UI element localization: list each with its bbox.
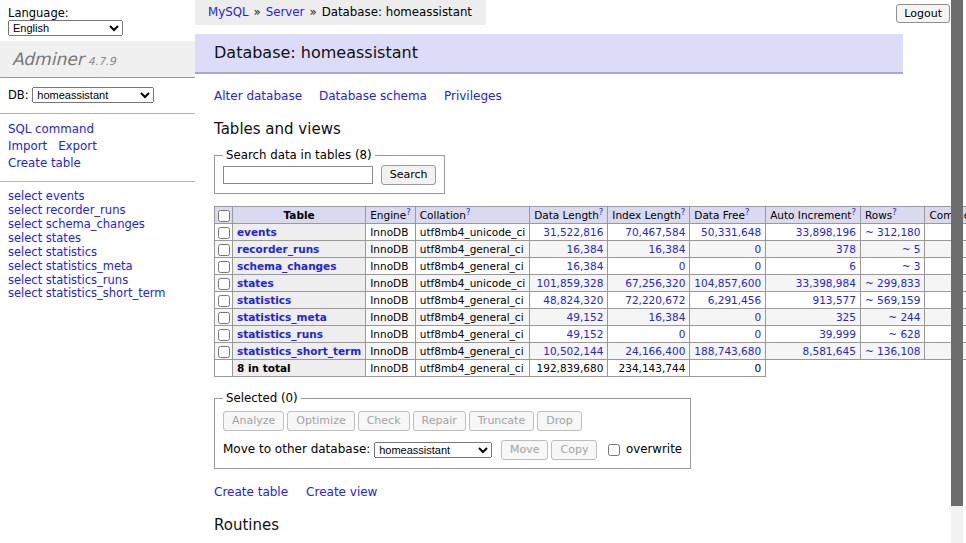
- data-length-link[interactable]: 49,152: [567, 311, 604, 323]
- sidebar-action-link[interactable]: SQL command: [8, 121, 94, 138]
- index-length-link[interactable]: 70,467,584: [625, 226, 685, 238]
- sidebar-item-select-events[interactable]: select events: [8, 190, 187, 203]
- data-free-link[interactable]: 0: [754, 328, 761, 340]
- auto-increment-link[interactable]: 33,398,984: [796, 277, 856, 289]
- data-length-link[interactable]: 10,502,144: [543, 345, 603, 357]
- row-checkbox[interactable]: [218, 261, 230, 273]
- help-link[interactable]: ?: [466, 207, 471, 217]
- help-link[interactable]: ?: [745, 207, 750, 217]
- row-checkbox[interactable]: [218, 329, 230, 341]
- index-length-link[interactable]: 0: [679, 260, 686, 272]
- sidebar-item-select-recorder_runs[interactable]: select recorder_runs: [8, 204, 187, 217]
- sidebar-item-select-states[interactable]: select states: [8, 232, 187, 245]
- table-name-cell: statistics_meta: [233, 309, 366, 326]
- data-length-link[interactable]: 16,384: [567, 260, 604, 272]
- auto-increment-link[interactable]: 8,581,645: [802, 345, 855, 357]
- row-checkbox[interactable]: [218, 244, 230, 256]
- data-free-link[interactable]: 188,743,680: [694, 345, 761, 357]
- data-free-link[interactable]: 0: [754, 260, 761, 272]
- data-free-link[interactable]: 6,291,456: [708, 294, 761, 306]
- table-name-link[interactable]: statistics_runs: [237, 328, 323, 340]
- data-length-link[interactable]: 49,152: [567, 328, 604, 340]
- vertical-scrollbar[interactable]: [951, 0, 963, 543]
- rows-count-link[interactable]: ~ 136,108: [865, 345, 921, 357]
- rows-count-link[interactable]: ~ 569,159: [865, 294, 921, 306]
- auto-increment-link[interactable]: 33,898,196: [796, 226, 856, 238]
- sidebar-item-select-statistics_runs[interactable]: select statistics_runs: [8, 274, 187, 287]
- data-length-link[interactable]: 48,824,320: [543, 294, 603, 306]
- index-length-link[interactable]: 0: [679, 328, 686, 340]
- table-name-link[interactable]: schema_changes: [237, 260, 337, 272]
- column-header-label: Auto Increment: [770, 209, 851, 221]
- help-link[interactable]: ?: [851, 207, 856, 217]
- table-name-link[interactable]: recorder_runs: [237, 243, 319, 255]
- table-name-link[interactable]: statistics: [237, 294, 291, 306]
- help-link[interactable]: ?: [681, 207, 686, 217]
- help-link[interactable]: ?: [892, 207, 897, 217]
- breadcrumb-link[interactable]: Server: [266, 5, 305, 19]
- total-collation-cell: utf8mb4_general_ci: [415, 360, 529, 377]
- help-link[interactable]: ?: [406, 207, 411, 217]
- auto-increment-link[interactable]: 325: [836, 311, 856, 323]
- scrollbar-thumb[interactable]: [951, 0, 963, 506]
- sidebar-action-link[interactable]: Create table: [8, 155, 81, 172]
- sidebar-item-select-schema_changes[interactable]: select schema_changes: [8, 218, 187, 231]
- index-length-link[interactable]: 72,220,672: [625, 294, 685, 306]
- total-empty-cell: [860, 360, 925, 377]
- auto-increment-link[interactable]: 39,999: [819, 328, 856, 340]
- table-name-link[interactable]: statistics_short_term: [237, 345, 361, 357]
- row-checkbox[interactable]: [218, 312, 230, 324]
- sidebar-action-link[interactable]: Import: [8, 138, 47, 155]
- help-link[interactable]: ?: [599, 207, 604, 217]
- db-link[interactable]: Database schema: [319, 89, 427, 103]
- index-length-link[interactable]: 16,384: [649, 311, 686, 323]
- row-checkbox[interactable]: [218, 227, 230, 239]
- row-checkbox[interactable]: [218, 278, 230, 290]
- column-header-label: Rows: [865, 209, 892, 221]
- column-header: Collation?: [415, 207, 529, 224]
- sidebar-item-select-statistics_short_term[interactable]: select statistics_short_term: [8, 287, 187, 300]
- data-free-link[interactable]: 0: [754, 243, 761, 255]
- data-free-link[interactable]: 104,857,600: [694, 277, 761, 289]
- select-all-checkbox[interactable]: [218, 210, 230, 222]
- data-length-link[interactable]: 16,384: [567, 243, 604, 255]
- auto-increment-link[interactable]: 913,577: [813, 294, 856, 306]
- row-checkbox[interactable]: [218, 346, 230, 358]
- rows-count-link[interactable]: ~ 3: [902, 260, 921, 272]
- index-length-link[interactable]: 16,384: [649, 243, 686, 255]
- db-link[interactable]: Privileges: [444, 89, 502, 103]
- data-length-link[interactable]: 31,522,816: [543, 226, 603, 238]
- language-select[interactable]: English: [8, 20, 123, 36]
- row-checkbox[interactable]: [218, 295, 230, 307]
- index-length-link[interactable]: 24,166,400: [625, 345, 685, 357]
- rows-count-link[interactable]: ~ 312,180: [865, 226, 921, 238]
- data-free-link[interactable]: 50,331,648: [701, 226, 761, 238]
- auto-increment-link[interactable]: 6: [849, 260, 856, 272]
- rows-count-link[interactable]: ~ 299,833: [865, 277, 921, 289]
- logout-button[interactable]: Logout: [896, 4, 950, 23]
- table-name-link[interactable]: events: [237, 226, 277, 238]
- breadcrumb-link[interactable]: MySQL: [208, 5, 249, 19]
- create-link[interactable]: Create table: [214, 485, 288, 499]
- index-length-link[interactable]: 67,256,320: [625, 277, 685, 289]
- rows-count-link[interactable]: ~ 244: [888, 311, 920, 323]
- rows-count-link[interactable]: ~ 5: [902, 243, 921, 255]
- db-link[interactable]: Alter database: [214, 89, 302, 103]
- db-select[interactable]: homeassistant: [32, 87, 154, 103]
- table-name-link[interactable]: states: [237, 277, 274, 289]
- auto-increment-link[interactable]: 378: [836, 243, 856, 255]
- data-free-link[interactable]: 0: [754, 311, 761, 323]
- data-length-link[interactable]: 101,859,328: [537, 277, 604, 289]
- rows-count-link[interactable]: ~ 628: [888, 328, 920, 340]
- collation-cell: utf8mb4_general_ci: [415, 326, 529, 343]
- table-name-link[interactable]: statistics_meta: [237, 311, 327, 323]
- move-db-select[interactable]: homeassistant: [374, 442, 492, 458]
- help-superscript: ?: [681, 207, 686, 217]
- sidebar-item-select-statistics_meta[interactable]: select statistics_meta: [8, 260, 187, 273]
- sidebar-item-select-statistics[interactable]: select statistics: [8, 246, 187, 259]
- search-input[interactable]: [223, 166, 373, 184]
- create-link[interactable]: Create view: [306, 485, 377, 499]
- sidebar-action-link[interactable]: Export: [58, 138, 97, 155]
- search-button[interactable]: Search: [381, 165, 437, 185]
- overwrite-checkbox[interactable]: [608, 444, 620, 456]
